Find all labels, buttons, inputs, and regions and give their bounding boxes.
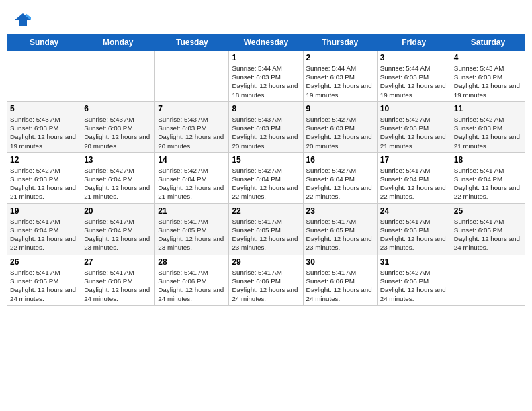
day-info-text: Sunrise: 5:41 AM Sunset: 6:06 PM Dayligh… [232,268,300,304]
day-of-week-header: Monday [81,34,155,51]
calendar-week-row: 5Sunrise: 5:43 AM Sunset: 6:03 PM Daylig… [7,101,525,152]
day-number: 17 [380,155,448,165]
calendar-cell: 4Sunrise: 5:43 AM Sunset: 6:03 PM Daylig… [451,51,525,102]
day-info-text: Sunrise: 5:41 AM Sunset: 6:06 PM Dayligh… [306,268,374,304]
day-info-text: Sunrise: 5:43 AM Sunset: 6:03 PM Dayligh… [10,115,78,150]
day-info-text: Sunrise: 5:44 AM Sunset: 6:03 PM Dayligh… [232,64,300,99]
day-number: 22 [232,206,300,216]
calendar-cell: 13Sunrise: 5:42 AM Sunset: 6:04 PM Dayli… [81,152,155,203]
calendar-cell: 7Sunrise: 5:43 AM Sunset: 6:03 PM Daylig… [155,101,229,152]
day-number: 10 [380,104,448,113]
calendar-cell: 9Sunrise: 5:42 AM Sunset: 6:03 PM Daylig… [303,101,377,152]
calendar-week-row: 19Sunrise: 5:41 AM Sunset: 6:04 PM Dayli… [7,203,525,255]
day-info-text: Sunrise: 5:41 AM Sunset: 6:05 PM Dayligh… [306,217,374,253]
calendar-cell: 11Sunrise: 5:42 AM Sunset: 6:03 PM Dayli… [451,101,525,152]
day-number: 9 [306,104,374,113]
day-number: 8 [232,104,300,113]
day-number: 24 [380,206,448,216]
calendar-cell: 3Sunrise: 5:44 AM Sunset: 6:03 PM Daylig… [377,51,451,102]
svg-marker-0 [15,13,31,26]
day-info-text: Sunrise: 5:43 AM Sunset: 6:03 PM Dayligh… [232,115,300,150]
day-number: 16 [306,155,374,165]
logo-icon [13,12,32,27]
day-info-text: Sunrise: 5:41 AM Sunset: 6:06 PM Dayligh… [84,268,152,304]
day-number: 7 [158,104,226,113]
day-info-text: Sunrise: 5:41 AM Sunset: 6:04 PM Dayligh… [10,217,78,253]
day-info-text: Sunrise: 5:41 AM Sunset: 6:04 PM Dayligh… [380,166,448,201]
calendar-cell: 5Sunrise: 5:43 AM Sunset: 6:03 PM Daylig… [7,101,81,152]
calendar-cell [7,51,81,102]
calendar-week-row: 12Sunrise: 5:42 AM Sunset: 6:03 PM Dayli… [7,152,525,203]
day-info-text: Sunrise: 5:42 AM Sunset: 6:03 PM Dayligh… [454,115,522,150]
day-info-text: Sunrise: 5:41 AM Sunset: 6:04 PM Dayligh… [84,217,152,253]
day-number: 18 [454,155,522,165]
calendar-cell: 18Sunrise: 5:41 AM Sunset: 6:04 PM Dayli… [451,152,525,203]
day-number: 27 [84,257,152,267]
day-info-text: Sunrise: 5:42 AM Sunset: 6:03 PM Dayligh… [306,115,374,150]
day-number: 11 [454,104,522,113]
day-of-week-header: Thursday [303,34,377,51]
day-number: 2 [306,53,374,62]
calendar-cell: 8Sunrise: 5:43 AM Sunset: 6:03 PM Daylig… [229,101,303,152]
calendar-table: SundayMondayTuesdayWednesdayThursdayFrid… [7,34,525,306]
calendar-subtitle [7,28,525,34]
day-number: 25 [454,206,522,216]
calendar-cell: 31Sunrise: 5:42 AM Sunset: 6:06 PM Dayli… [377,255,451,306]
calendar-cell: 26Sunrise: 5:41 AM Sunset: 6:05 PM Dayli… [7,255,81,306]
day-info-text: Sunrise: 5:44 AM Sunset: 6:03 PM Dayligh… [380,64,448,99]
day-number: 28 [158,257,226,267]
calendar-cell: 20Sunrise: 5:41 AM Sunset: 6:04 PM Dayli… [81,203,155,255]
day-number: 26 [10,257,78,267]
calendar-cell: 19Sunrise: 5:41 AM Sunset: 6:04 PM Dayli… [7,203,81,255]
calendar-cell: 29Sunrise: 5:41 AM Sunset: 6:06 PM Dayli… [229,255,303,306]
day-number: 20 [84,206,152,216]
calendar-cell: 14Sunrise: 5:42 AM Sunset: 6:04 PM Dayli… [155,152,229,203]
calendar-cell: 27Sunrise: 5:41 AM Sunset: 6:06 PM Dayli… [81,255,155,306]
calendar-cell: 6Sunrise: 5:43 AM Sunset: 6:03 PM Daylig… [81,101,155,152]
calendar-cell: 17Sunrise: 5:41 AM Sunset: 6:04 PM Dayli… [377,152,451,203]
day-info-text: Sunrise: 5:42 AM Sunset: 6:04 PM Dayligh… [306,166,374,201]
calendar-cell [81,51,155,102]
day-info-text: Sunrise: 5:41 AM Sunset: 6:04 PM Dayligh… [454,166,522,201]
day-number: 5 [10,104,78,113]
day-info-text: Sunrise: 5:44 AM Sunset: 6:03 PM Dayligh… [306,64,374,99]
day-number: 4 [454,53,522,62]
day-number: 21 [158,206,226,216]
day-info-text: Sunrise: 5:42 AM Sunset: 6:04 PM Dayligh… [84,166,152,201]
day-number: 19 [10,206,78,216]
calendar-cell: 1Sunrise: 5:44 AM Sunset: 6:03 PM Daylig… [229,51,303,102]
day-info-text: Sunrise: 5:43 AM Sunset: 6:03 PM Dayligh… [454,64,522,99]
day-of-week-header: Sunday [7,34,81,51]
day-info-text: Sunrise: 5:41 AM Sunset: 6:05 PM Dayligh… [158,217,226,253]
calendar-cell: 28Sunrise: 5:41 AM Sunset: 6:06 PM Dayli… [155,255,229,306]
day-info-text: Sunrise: 5:43 AM Sunset: 6:03 PM Dayligh… [84,115,152,150]
day-info-text: Sunrise: 5:42 AM Sunset: 6:03 PM Dayligh… [10,166,78,201]
calendar-week-row: 26Sunrise: 5:41 AM Sunset: 6:05 PM Dayli… [7,255,525,306]
calendar-cell: 23Sunrise: 5:41 AM Sunset: 6:05 PM Dayli… [303,203,377,255]
day-number: 14 [158,155,226,165]
day-info-text: Sunrise: 5:42 AM Sunset: 6:04 PM Dayligh… [158,166,226,201]
day-of-week-header: Friday [377,34,451,51]
day-of-week-header: Saturday [451,34,525,51]
calendar-cell: 22Sunrise: 5:41 AM Sunset: 6:05 PM Dayli… [229,203,303,255]
day-info-text: Sunrise: 5:42 AM Sunset: 6:06 PM Dayligh… [380,268,448,304]
calendar-cell: 15Sunrise: 5:42 AM Sunset: 6:04 PM Dayli… [229,152,303,203]
calendar-cell: 2Sunrise: 5:44 AM Sunset: 6:03 PM Daylig… [303,51,377,102]
calendar-week-row: 1Sunrise: 5:44 AM Sunset: 6:03 PM Daylig… [7,51,525,102]
day-number: 29 [232,257,300,267]
day-number: 13 [84,155,152,165]
day-info-text: Sunrise: 5:43 AM Sunset: 6:03 PM Dayligh… [158,115,226,150]
calendar-cell: 21Sunrise: 5:41 AM Sunset: 6:05 PM Dayli… [155,203,229,255]
days-header-row: SundayMondayTuesdayWednesdayThursdayFrid… [7,34,525,51]
day-number: 1 [232,53,300,62]
logo [13,12,35,27]
day-of-week-header: Wednesday [229,34,303,51]
day-info-text: Sunrise: 5:41 AM Sunset: 6:05 PM Dayligh… [380,217,448,253]
day-number: 12 [10,155,78,165]
calendar-cell: 16Sunrise: 5:42 AM Sunset: 6:04 PM Dayli… [303,152,377,203]
calendar-cell: 24Sunrise: 5:41 AM Sunset: 6:05 PM Dayli… [377,203,451,255]
calendar-cell [155,51,229,102]
day-number: 30 [306,257,374,267]
page-header [7,7,525,28]
day-info-text: Sunrise: 5:42 AM Sunset: 6:03 PM Dayligh… [380,115,448,150]
